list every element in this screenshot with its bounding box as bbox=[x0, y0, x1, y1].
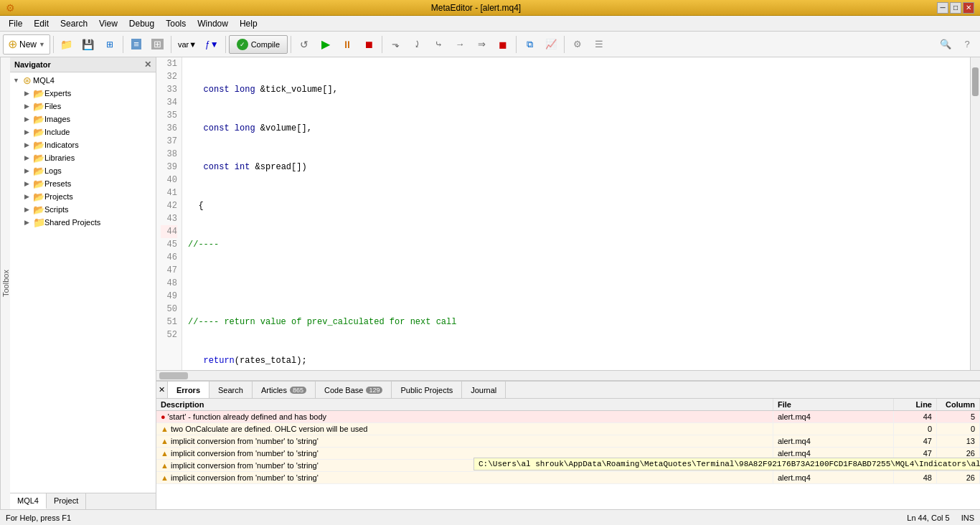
errors-tab-label: Errors bbox=[176, 386, 200, 394]
code-editor[interactable]: 31 32 33 34 35 36 37 38 39 40 41 42 43 4… bbox=[156, 57, 980, 370]
break-icon: ◼ bbox=[499, 39, 507, 50]
goto-btn[interactable]: → bbox=[450, 34, 470, 55]
folder-logs-icon: 📂 bbox=[33, 165, 44, 176]
code-content[interactable]: const long &tick_volume[], const long &v… bbox=[182, 57, 970, 370]
tab-errors[interactable]: Errors bbox=[168, 382, 209, 398]
tree-item-indicators[interactable]: ▶ 📂 Indicators bbox=[10, 138, 156, 151]
tree-label-files: Files bbox=[44, 102, 61, 110]
tab-codebase[interactable]: Code Base 129 bbox=[316, 382, 392, 398]
edit-view-icon: ≡ bbox=[131, 39, 141, 49]
menu-debug[interactable]: Debug bbox=[123, 16, 160, 31]
nav-tab-mql4[interactable]: MQL4 bbox=[10, 493, 47, 509]
desc-text: 'start' - function already defined and h… bbox=[168, 412, 326, 421]
navigator-close[interactable]: ✕ bbox=[144, 60, 151, 70]
new-button[interactable]: ⊕ New ▼ bbox=[3, 34, 50, 55]
col-description: Description bbox=[156, 399, 773, 411]
bottom-tabs: Errors Search Articles 865 Code Base 129 bbox=[168, 382, 980, 399]
menu-edit[interactable]: Edit bbox=[28, 16, 55, 31]
new-icon: ⊕ bbox=[8, 37, 17, 51]
nav-tabs: MQL4 Project bbox=[10, 493, 156, 509]
search-toolbar-icon: 🔍 bbox=[940, 39, 951, 49]
function-btn[interactable]: ƒ▼ bbox=[202, 34, 222, 55]
run-btn[interactable]: ▶ bbox=[316, 34, 336, 55]
close-button[interactable]: ✕ bbox=[963, 2, 974, 14]
maximize-button[interactable]: □ bbox=[950, 2, 961, 14]
nav-dropdown-btn[interactable]: var▼ bbox=[174, 34, 200, 55]
table-row[interactable]: ▲ implicit conversion from 'number' to '… bbox=[156, 435, 980, 448]
tree-item-libraries[interactable]: ▶ 📂 Libraries bbox=[10, 151, 156, 164]
tab-journal[interactable]: Journal bbox=[462, 382, 506, 398]
table-row[interactable]: ▲ two OnCalculate are defined. OHLC vers… bbox=[156, 423, 980, 435]
compile-button[interactable]: ✓ Compile bbox=[229, 35, 288, 54]
table-row[interactable]: ● 'start' - function already defined and… bbox=[156, 411, 980, 423]
stop-icon: ⏹ bbox=[364, 39, 374, 50]
chart-icon: 📈 bbox=[545, 39, 557, 49]
tree-label-logs: Logs bbox=[44, 166, 62, 175]
nav-tab-project[interactable]: Project bbox=[47, 493, 86, 509]
compile-icon: ✓ bbox=[237, 39, 248, 50]
menu-file[interactable]: File bbox=[3, 16, 28, 31]
tree-item-files[interactable]: ▶ 📂 Files bbox=[10, 100, 156, 113]
horizontal-scrollbar[interactable] bbox=[156, 370, 980, 380]
menu-view[interactable]: View bbox=[93, 16, 123, 31]
step-out-btn[interactable]: ⤷ bbox=[428, 34, 448, 55]
tree-label-include: Include bbox=[44, 128, 70, 136]
tree-item-shared[interactable]: ▶ 📁 Shared Projects bbox=[10, 216, 156, 229]
help-toolbar-btn[interactable]: ? bbox=[957, 34, 977, 55]
tree-item-include[interactable]: ▶ 📂 Include bbox=[10, 126, 156, 138]
col-cell: 26 bbox=[937, 472, 980, 484]
scrollbar-thumb[interactable] bbox=[972, 67, 979, 96]
step-into-btn[interactable]: ⬎ bbox=[385, 34, 405, 55]
menu-search[interactable]: Search bbox=[55, 16, 93, 31]
stop-btn[interactable]: ⏹ bbox=[359, 34, 379, 55]
settings-btn[interactable]: ☰ bbox=[589, 34, 609, 55]
expander-projects: ▶ bbox=[24, 193, 33, 200]
tree-item-images[interactable]: ▶ 📂 Images bbox=[10, 113, 156, 126]
filepath-tooltip: C:\Users\al shrouk\AppData\Roaming\MetaQ… bbox=[473, 458, 980, 470]
tree-item-experts[interactable]: ▶ 📂 Experts bbox=[10, 87, 156, 100]
save-button[interactable]: 💾 bbox=[78, 34, 98, 55]
save-all-button[interactable]: ⊞ bbox=[100, 34, 120, 55]
toolbar-sep-5 bbox=[291, 36, 291, 53]
tab-articles[interactable]: Articles 865 bbox=[253, 382, 316, 398]
vertical-scrollbar[interactable] bbox=[970, 57, 980, 370]
expander-experts: ▶ bbox=[24, 90, 33, 97]
tree-item-mql4[interactable]: ▼ ⊛ MQL4 bbox=[10, 74, 156, 87]
search-toolbar-btn[interactable]: 🔍 bbox=[936, 34, 956, 55]
editor-view-btn[interactable]: ≡ bbox=[126, 34, 146, 55]
folder-libraries-icon: 📂 bbox=[33, 152, 44, 164]
toolbar: ⊕ New ▼ 📁 💾 ⊞ ≡ ⊞ var▼ ƒ▼ ✓ Compile ↺ ▶ bbox=[0, 32, 980, 57]
toolbox-strip[interactable]: Toolbox bbox=[0, 57, 10, 509]
codebase-tab-label: Code Base bbox=[324, 386, 363, 394]
chart-btn[interactable]: 📈 bbox=[541, 34, 561, 55]
tree-item-presets[interactable]: ▶ 📂 Presets bbox=[10, 177, 156, 190]
menu-help[interactable]: Help bbox=[234, 16, 263, 31]
tree-item-projects[interactable]: ▶ 📂 Projects bbox=[10, 190, 156, 203]
tree-item-logs[interactable]: ▶ 📂 Logs bbox=[10, 164, 156, 177]
folder-include-icon: 📂 bbox=[33, 126, 44, 138]
undo-btn[interactable]: ↺ bbox=[294, 34, 314, 55]
tree-item-scripts[interactable]: ▶ 📂 Scripts bbox=[10, 203, 156, 216]
table-row[interactable]: ▲ implicit conversion from 'number' to '… bbox=[156, 472, 980, 484]
copy-btn[interactable]: ⧉ bbox=[519, 34, 540, 55]
expander-scripts: ▶ bbox=[24, 206, 33, 213]
search-tab-label: Search bbox=[218, 386, 243, 394]
window-controls[interactable]: ─ □ ✕ bbox=[937, 2, 974, 14]
open-button[interactable]: 📁 bbox=[57, 34, 77, 55]
h-scrollbar-thumb[interactable] bbox=[159, 372, 188, 379]
bottom-panel-close[interactable]: ✕ bbox=[156, 382, 168, 399]
step-over-btn[interactable]: ⤸ bbox=[407, 34, 427, 55]
tab-public-projects[interactable]: Public Projects bbox=[392, 382, 462, 398]
pause-btn[interactable]: ⏸ bbox=[337, 34, 357, 55]
metaeditor-btn[interactable]: ⚙ bbox=[567, 34, 588, 55]
tab-search[interactable]: Search bbox=[209, 382, 253, 398]
new-dropdown-icon[interactable]: ▼ bbox=[39, 41, 45, 48]
goto-line-btn[interactable]: ⇒ bbox=[471, 34, 491, 55]
minimize-button[interactable]: ─ bbox=[937, 2, 948, 14]
goto-line-icon: ⇒ bbox=[478, 39, 486, 49]
codebase-badge: 129 bbox=[366, 387, 382, 394]
menu-tools[interactable]: Tools bbox=[160, 16, 192, 31]
tree-view-btn[interactable]: ⊞ bbox=[148, 34, 168, 55]
menu-window[interactable]: Window bbox=[192, 16, 234, 31]
break-btn[interactable]: ◼ bbox=[493, 34, 513, 55]
